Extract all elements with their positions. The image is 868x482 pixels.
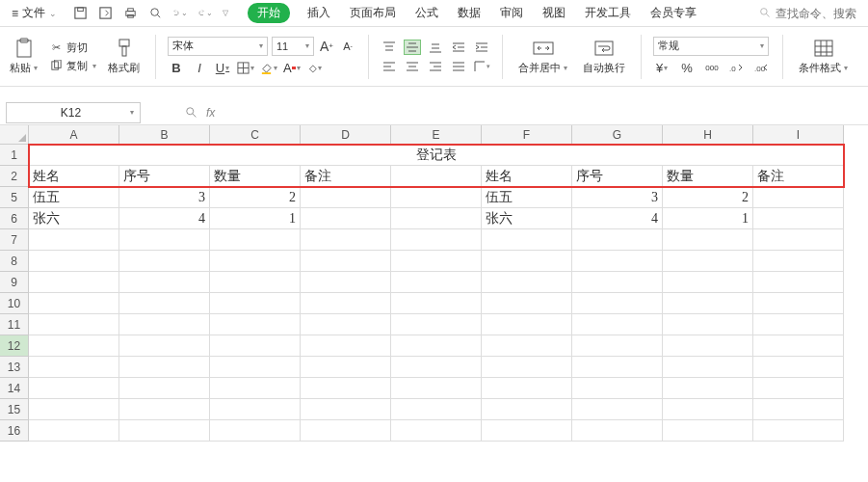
col-head-B[interactable]: B: [119, 125, 210, 145]
col-head-H[interactable]: H: [663, 125, 753, 145]
cell[interactable]: [482, 314, 572, 335]
cell[interactable]: [119, 229, 210, 251]
preview-icon[interactable]: [147, 6, 163, 21]
cell[interactable]: [391, 357, 482, 378]
cell[interactable]: [391, 378, 482, 399]
cell[interactable]: [753, 399, 844, 420]
cell[interactable]: [663, 251, 753, 272]
cell[interactable]: [301, 293, 391, 314]
cell[interactable]: [119, 399, 210, 420]
col-head-I[interactable]: I: [753, 125, 844, 145]
cell[interactable]: 1: [210, 208, 301, 229]
currency-icon[interactable]: ¥▾: [653, 60, 671, 77]
cell[interactable]: [482, 272, 572, 293]
cell[interactable]: [572, 272, 663, 293]
cell[interactable]: [663, 335, 753, 357]
cell[interactable]: 数量: [663, 166, 753, 187]
cell[interactable]: 2: [210, 187, 301, 208]
row-head[interactable]: 5: [0, 187, 29, 208]
underline-button[interactable]: U▾: [214, 60, 231, 77]
cell[interactable]: 登记表: [29, 145, 844, 166]
search-box[interactable]: [759, 7, 862, 20]
cell[interactable]: [391, 399, 482, 420]
italic-button[interactable]: I: [191, 60, 208, 77]
row-head[interactable]: 9: [0, 272, 29, 293]
cell[interactable]: 序号: [572, 166, 663, 187]
cell[interactable]: [210, 357, 301, 378]
cell[interactable]: [210, 420, 301, 442]
align-top-icon[interactable]: [381, 40, 398, 55]
cell[interactable]: [753, 272, 844, 293]
cell[interactable]: 2: [663, 187, 753, 208]
cell[interactable]: [301, 357, 391, 378]
cell[interactable]: [663, 378, 753, 399]
cell[interactable]: 3: [572, 187, 663, 208]
cell[interactable]: [572, 399, 663, 420]
row-head[interactable]: 10: [0, 293, 29, 314]
tab-start[interactable]: 开始: [248, 3, 290, 23]
cell[interactable]: 序号: [119, 166, 210, 187]
cell[interactable]: [753, 378, 844, 399]
cell[interactable]: [301, 335, 391, 357]
cell[interactable]: [753, 357, 844, 378]
formula-input[interactable]: [223, 103, 704, 122]
cell[interactable]: [29, 335, 119, 357]
cell[interactable]: [572, 314, 663, 335]
row-head[interactable]: 1: [0, 145, 29, 166]
cell[interactable]: [29, 251, 119, 272]
format-painter-button[interactable]: 格式刷: [104, 36, 144, 77]
cell[interactable]: [753, 314, 844, 335]
decrease-font-icon[interactable]: A-: [339, 38, 356, 55]
cell[interactable]: [210, 229, 301, 251]
font-size-select[interactable]: 11▾: [272, 37, 314, 56]
cell[interactable]: [391, 208, 482, 229]
decrease-decimal-icon[interactable]: .00: [753, 60, 771, 77]
phonetic-button[interactable]: ◇▾: [306, 60, 324, 77]
cell[interactable]: [301, 314, 391, 335]
row-head[interactable]: 7: [0, 229, 29, 251]
cell[interactable]: [29, 399, 119, 420]
comma-icon[interactable]: 000: [703, 60, 721, 77]
cell[interactable]: [119, 335, 210, 357]
justify-icon[interactable]: [450, 59, 467, 74]
cell[interactable]: [301, 229, 391, 251]
decrease-indent-icon[interactable]: [450, 40, 467, 55]
cell[interactable]: [301, 187, 391, 208]
qat-customize[interactable]: ▽: [223, 9, 228, 17]
bold-button[interactable]: B: [168, 60, 185, 77]
cell[interactable]: [210, 251, 301, 272]
cell[interactable]: [391, 293, 482, 314]
tab-view[interactable]: 视图: [540, 3, 567, 23]
select-all-corner[interactable]: [0, 125, 29, 145]
cell[interactable]: [663, 293, 753, 314]
cell[interactable]: [391, 272, 482, 293]
tab-vip[interactable]: 会员专享: [648, 3, 698, 23]
cell[interactable]: [663, 272, 753, 293]
cell[interactable]: [391, 314, 482, 335]
wrap-text-button[interactable]: 自动换行: [579, 36, 629, 77]
undo-button[interactable]: ⌄: [172, 6, 188, 21]
cell[interactable]: 张六: [29, 208, 119, 229]
cell[interactable]: [572, 357, 663, 378]
row-head[interactable]: 12: [0, 335, 29, 357]
cell[interactable]: 4: [572, 208, 663, 229]
tab-data[interactable]: 数据: [456, 3, 483, 23]
number-format-select[interactable]: 常规▾: [653, 37, 769, 56]
cell[interactable]: 张六: [482, 208, 572, 229]
cell[interactable]: [210, 399, 301, 420]
cell[interactable]: [119, 357, 210, 378]
col-head-A[interactable]: A: [29, 125, 119, 145]
cell[interactable]: [482, 420, 572, 442]
save-icon[interactable]: [72, 6, 88, 21]
cell[interactable]: [29, 293, 119, 314]
orientation-icon[interactable]: ▾: [473, 59, 490, 74]
name-box[interactable]: K12 ▾: [6, 102, 141, 123]
col-head-D[interactable]: D: [301, 125, 391, 145]
cell[interactable]: [119, 420, 210, 442]
cell[interactable]: [572, 293, 663, 314]
increase-font-icon[interactable]: A+: [318, 38, 335, 55]
cell[interactable]: [663, 229, 753, 251]
cell[interactable]: [391, 229, 482, 251]
align-bottom-icon[interactable]: [427, 40, 444, 55]
cell[interactable]: [29, 378, 119, 399]
